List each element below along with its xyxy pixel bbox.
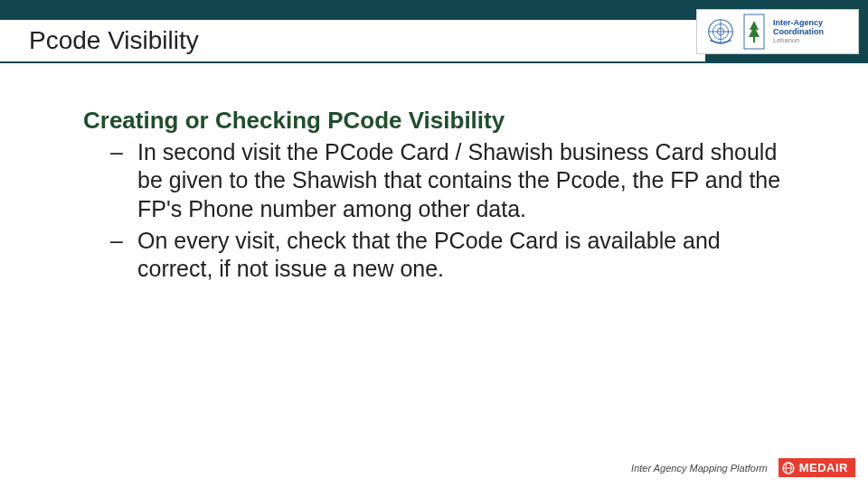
header-logo: Inter-Agency Coordination Lebanon xyxy=(696,9,859,54)
un-emblem-icon xyxy=(701,12,741,52)
logo-text-line1: Inter-Agency xyxy=(773,18,823,27)
page-title: Pcode Visibility xyxy=(29,26,199,55)
list-item: In second visit the PCode Card / Shawish… xyxy=(110,138,797,223)
logo-text: Inter-Agency Coordination Lebanon xyxy=(773,19,824,44)
footer-caption: Inter Agency Mapping Platform xyxy=(631,463,768,474)
brand-label: MEDAIR xyxy=(799,461,848,474)
bullet-list: In second visit the PCode Card / Shawish… xyxy=(83,138,797,283)
footer: Inter Agency Mapping Platform MEDAIR xyxy=(631,458,855,477)
logo-text-line2: Coordination xyxy=(773,27,824,36)
content-subtitle: Creating or Checking PCode Visibility xyxy=(83,107,797,135)
list-item: On every visit, check that the PCode Car… xyxy=(110,227,797,284)
brand-badge: MEDAIR xyxy=(778,458,855,477)
cedar-icon xyxy=(741,12,768,52)
title-box: Pcode Visibility xyxy=(0,20,705,61)
content-area: Creating or Checking PCode Visibility In… xyxy=(83,107,797,286)
logo-text-line3: Lebanon xyxy=(773,37,824,44)
globe-icon xyxy=(782,462,795,474)
slide: Pcode Visibility Inter-Agency Coordinati… xyxy=(0,0,868,488)
